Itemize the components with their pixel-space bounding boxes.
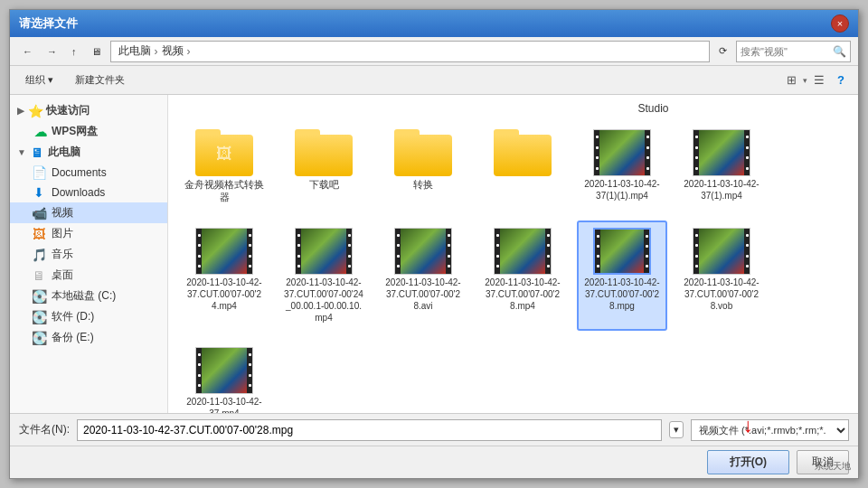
folder-thumb-1: 🖼: [195, 129, 253, 176]
video-thumb-5: [394, 228, 452, 275]
address-bar: ← → ↑ 🖥 此电脑 › 视频 › ⟳ 🔍: [10, 37, 858, 66]
watermark-area: 系统天地: [815, 460, 851, 473]
sidebar-label-videos: 视频: [52, 205, 73, 221]
wps-icon: ☁: [33, 125, 48, 139]
organize-button[interactable]: 组织 ▾: [17, 70, 61, 89]
music-icon: 🎵: [32, 248, 46, 262]
file-label-video2: 2020-11-03-10-42-37(1).mp4: [682, 178, 761, 202]
refresh-button[interactable]: ⟳: [713, 42, 732, 60]
computer-arrow: ▼: [17, 147, 26, 157]
search-icon: 🔍: [833, 45, 846, 58]
computer-icon: 🖥: [30, 145, 44, 160]
filename-label: 文件名(N):: [19, 422, 70, 437]
file-label-video1: 2020-11-03-10-42-37(1)(1).mp4: [582, 178, 662, 202]
view-help-icon[interactable]: ?: [831, 70, 851, 90]
sidebar-label-drive-e: 备份 (E:): [52, 330, 94, 345]
file-item-folder2[interactable]: 下载吧: [278, 122, 369, 211]
wps-label: WPS网盘: [52, 124, 98, 139]
file-item-video3[interactable]: 2020-11-03-10-42-37.CUT.00'07-00'24.mp4: [179, 221, 269, 331]
folder-label-1: 金舟视频格式转换器: [184, 178, 264, 204]
sidebar-item-drive-d[interactable]: 💽 软件 (D:): [10, 306, 167, 327]
video-thumb-1: [593, 129, 651, 176]
quick-access-category[interactable]: ▶ ⭐ 快速访问: [10, 100, 167, 121]
action-bar: 组织 ▾ 新建文件夹 ⊞ ▾ ☰ ?: [10, 66, 858, 95]
folder-thumb-3: [394, 129, 452, 176]
file-item-video8[interactable]: 2020-11-03-10-42-37.CUT.00'07-00'28.vob: [676, 221, 767, 331]
desktop-icon: 🖥: [32, 268, 46, 283]
file-item-folder1[interactable]: 🖼 金舟视频格式转换器: [179, 122, 269, 211]
breadcrumb-videos: 视频: [162, 43, 184, 59]
sidebar-item-desktop[interactable]: 🖥 桌面: [10, 265, 167, 286]
forward-button[interactable]: →: [42, 43, 62, 60]
file-item-video1[interactable]: 2020-11-03-10-42-37(1)(1).mp4: [577, 122, 667, 211]
file-label-video3: 2020-11-03-10-42-37.CUT.00'07-00'24.mp4: [184, 277, 264, 312]
sidebar-item-drive-c[interactable]: 💽 本地磁盘 (C:): [10, 286, 167, 306]
file-label-video5: 2020-11-03-10-42-37.CUT.00'07-00'28.avi: [383, 277, 463, 312]
view-detail-icon[interactable]: ☰: [809, 70, 829, 90]
back-button[interactable]: ←: [17, 43, 38, 60]
video-thumb-7: [593, 228, 651, 275]
quick-access-arrow: ▶: [17, 106, 24, 116]
close-button[interactable]: ×: [831, 14, 849, 33]
video-thumb-6: [494, 228, 552, 275]
quick-access-label: 快速访问: [46, 103, 90, 118]
video-thumb-4: [295, 228, 353, 275]
view-dropdown-arrow: ▾: [803, 76, 807, 85]
sidebar-label-drive-d: 软件 (D:): [52, 309, 94, 324]
sidebar-item-music[interactable]: 🎵 音乐: [10, 244, 167, 265]
sidebar-label-documents: Documents: [52, 166, 107, 179]
up-button[interactable]: ↑: [66, 43, 82, 60]
breadcrumb-computer: 此电脑: [118, 43, 151, 59]
documents-icon: 📄: [32, 165, 46, 180]
sidebar-item-videos[interactable]: 📹 视频: [10, 202, 167, 223]
videos-icon: 📹: [32, 206, 46, 221]
filename-dropdown[interactable]: ▾: [669, 421, 684, 438]
sidebar-item-pictures[interactable]: 🖼 图片: [10, 223, 167, 244]
wps-category[interactable]: ☁ WPS网盘: [10, 121, 167, 142]
drive-e-icon: 💽: [32, 331, 46, 345]
video-thumb-8: [693, 228, 750, 275]
video-thumb-3: [195, 228, 253, 275]
file-item-folder4[interactable]: Studio: [477, 122, 568, 211]
video-thumb-9: [195, 347, 253, 394]
sidebar-item-downloads[interactable]: ⬇ Downloads: [10, 183, 167, 202]
sidebar-label-drive-c: 本地磁盘 (C:): [52, 288, 116, 304]
sidebar-item-documents[interactable]: 📄 Documents: [10, 163, 167, 183]
drive-d-icon: 💽: [32, 310, 46, 324]
file-item-video6[interactable]: 2020-11-03-10-42-37.CUT.00'07-00'28.mp4: [477, 221, 568, 331]
watermark-text: 系统天地: [815, 460, 851, 473]
footer-buttons: ↓ 打开(O) 取消 系统天地: [10, 446, 858, 478]
computer-category[interactable]: ▼ 🖥 此电脑: [10, 142, 167, 163]
filename-input[interactable]: [77, 419, 662, 441]
studio-label: Studio: [175, 102, 851, 115]
folder-label-3: 转换: [413, 178, 433, 191]
file-item-video9[interactable]: 2020-11-03-10-42-37.mp4: [179, 340, 269, 413]
computer-button[interactable]: 🖥: [86, 43, 107, 60]
file-label-video9: 2020-11-03-10-42-37.mp4: [184, 396, 264, 413]
file-item-video2[interactable]: 2020-11-03-10-42-37(1).mp4: [676, 122, 767, 211]
file-item-video7[interactable]: 2020-11-03-10-42-37.CUT.00'07-00'28.mpg: [577, 221, 667, 331]
open-button[interactable]: 打开(O): [707, 450, 789, 474]
downloads-icon: ⬇: [32, 185, 46, 200]
file-item-video5[interactable]: 2020-11-03-10-42-37.CUT.00'07-00'28.avi: [378, 221, 468, 331]
file-item-video4[interactable]: 2020-11-03-10-42-37.CUT.00'07-00'24_00.0…: [278, 221, 369, 331]
quick-access-icon: ⭐: [28, 104, 42, 118]
breadcrumb[interactable]: 此电脑 › 视频 ›: [110, 41, 711, 62]
computer-label: 此电脑: [48, 145, 80, 160]
main-files-area: Studio 🖼 金舟视频格式转换器: [168, 95, 858, 413]
filetype-select[interactable]: 视频文件 (*.avi;*.rmvb;*.rm;*.: [691, 419, 849, 441]
sidebar-item-drive-e[interactable]: 💽 备份 (E:): [10, 327, 167, 348]
sidebar-label-downloads: Downloads: [52, 186, 105, 199]
sidebar-label-music: 音乐: [52, 247, 73, 262]
search-input[interactable]: [741, 46, 831, 57]
sidebar: ▶ ⭐ 快速访问 ☁ WPS网盘 ▼ 🖥 此电脑 📄 Documents ⬇ D…: [10, 95, 168, 413]
new-folder-button[interactable]: 新建文件夹: [67, 70, 133, 89]
sidebar-label-pictures: 图片: [52, 226, 73, 241]
file-label-video6: 2020-11-03-10-42-37.CUT.00'07-00'28.mp4: [483, 277, 562, 312]
view-large-icon[interactable]: ⊞: [781, 70, 801, 90]
title-bar: 请选择文件 ×: [10, 10, 858, 37]
file-item-folder3[interactable]: 转换: [378, 122, 468, 211]
video-thumb-2: [693, 129, 750, 176]
files-grid: 🖼 金舟视频格式转换器 下载吧: [175, 118, 851, 413]
file-label-video8: 2020-11-03-10-42-37.CUT.00'07-00'28.vob: [682, 277, 761, 312]
